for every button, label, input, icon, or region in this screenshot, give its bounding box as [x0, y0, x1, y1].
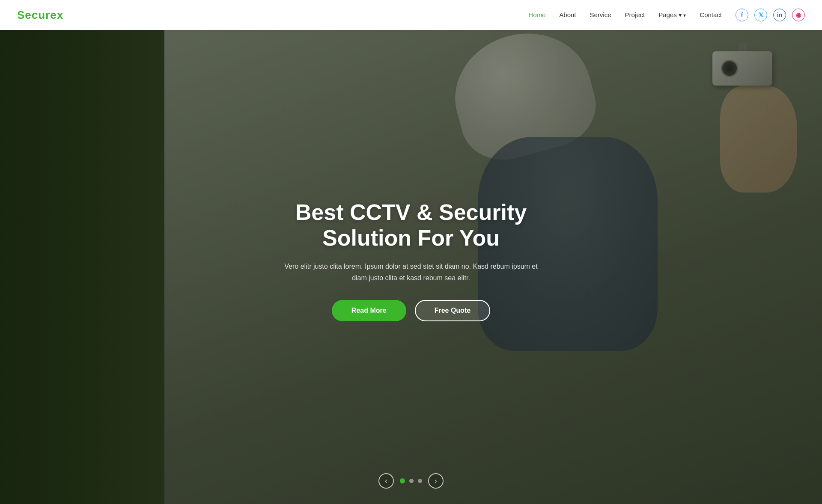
slider-next-button[interactable]: › [428, 473, 444, 489]
hero-title: Best CCTV & Security Solution For You [265, 200, 557, 251]
slider-dots [400, 478, 422, 483]
hero-section: Best CCTV & Security Solution For You Ve… [0, 0, 822, 504]
slider-dot-2[interactable] [409, 479, 414, 483]
slider-dot-1[interactable] [400, 478, 405, 483]
hero-buttons: Read More Free Quote [265, 300, 557, 321]
read-more-button[interactable]: Read More [332, 300, 406, 321]
social-icons: f 𝕏 in ◉ [736, 9, 805, 21]
slider-prev-button[interactable]: ‹ [378, 473, 394, 489]
nav-link-contact[interactable]: Contact [700, 11, 722, 18]
free-quote-button[interactable]: Free Quote [415, 300, 490, 321]
nav-link-service[interactable]: Service [590, 11, 611, 18]
slider-controls: ‹ › [378, 473, 444, 489]
hero-content: Best CCTV & Security Solution For You Ve… [257, 191, 565, 330]
hero-subtitle: Vero elitr justo clita lorem. Ipsum dolo… [278, 261, 544, 284]
linkedin-icon[interactable]: in [773, 9, 786, 21]
brand-logo[interactable]: Securex [17, 9, 63, 22]
nav-links: Home About Service Project Pages ▾ Conta… [528, 11, 722, 19]
nav-item-pages[interactable]: Pages ▾ [658, 11, 686, 19]
nav-link-project[interactable]: Project [625, 11, 645, 18]
nav-link-about[interactable]: About [559, 11, 576, 18]
slider-dot-3[interactable] [418, 479, 422, 483]
nav-item-contact[interactable]: Contact [700, 11, 722, 19]
nav-item-about[interactable]: About [559, 11, 576, 19]
facebook-icon[interactable]: f [736, 9, 748, 21]
twitter-icon[interactable]: 𝕏 [754, 9, 767, 21]
instagram-icon[interactable]: ◉ [792, 9, 805, 21]
navbar: Securex Home About Service Project Pages… [0, 0, 822, 30]
nav-item-project[interactable]: Project [625, 11, 645, 19]
nav-item-home[interactable]: Home [528, 11, 545, 19]
nav-link-home[interactable]: Home [528, 11, 545, 18]
nav-link-pages[interactable]: Pages ▾ [658, 11, 686, 18]
navbar-right: Home About Service Project Pages ▾ Conta… [528, 9, 805, 21]
nav-item-service[interactable]: Service [590, 11, 611, 19]
